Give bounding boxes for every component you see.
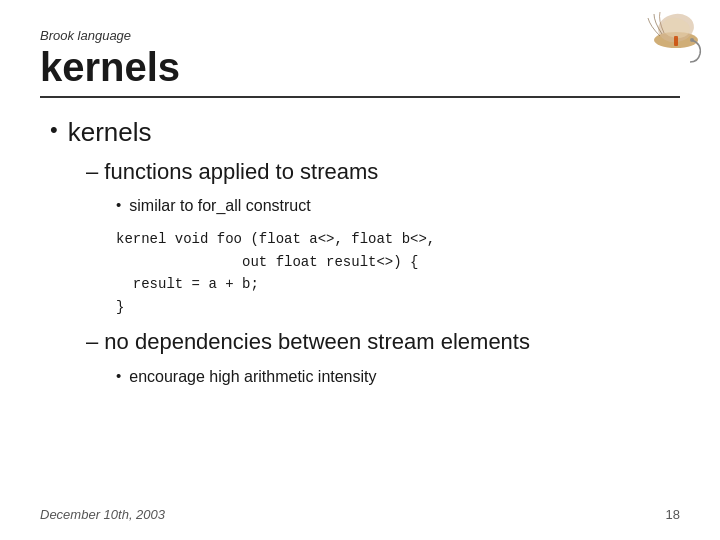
bullet-text-forall: similar to for_all construct	[129, 194, 310, 218]
dash-functions: functions applied to streams	[86, 158, 680, 187]
slide-subtitle: Brook language	[40, 28, 680, 43]
sub-sub-items-functions: • similar to for_all construct kernel vo…	[86, 194, 680, 318]
footer-date: December 10th, 2003	[40, 507, 165, 522]
bullet-marker-forall: •	[116, 194, 121, 217]
sub-items-kernels: functions applied to streams • similar t…	[50, 158, 680, 389]
dash-no-dependencies: no dependencies between stream elements	[86, 328, 680, 357]
bullet-text-arith: encourage high arithmetic intensity	[129, 365, 376, 389]
code-line-4: }	[116, 296, 680, 318]
svg-point-4	[690, 38, 694, 42]
slide-title: kernels	[40, 45, 680, 98]
bullet-text-kernels: kernels	[68, 116, 152, 150]
bullet-kernels: • kernels	[50, 116, 680, 150]
bullet-marker-1: •	[50, 116, 58, 145]
bullet-forall: • similar to for_all construct	[116, 194, 680, 218]
bullet-marker-arith: •	[116, 365, 121, 388]
sub-sub-items-nodep: • encourage high arithmetic intensity	[86, 365, 680, 389]
slide-content: • kernels functions applied to streams •…	[40, 116, 680, 389]
code-block: kernel void foo (float a<>, float b<>, o…	[116, 228, 680, 318]
footer-page: 18	[666, 507, 680, 522]
fly-decoration	[640, 8, 712, 70]
code-line-2: out float result<>) {	[116, 251, 680, 273]
slide: Brook language kernels • kernels functio…	[0, 0, 720, 540]
slide-footer: December 10th, 2003 18	[40, 507, 680, 522]
code-line-3: result = a + b;	[116, 273, 680, 295]
code-line-1: kernel void foo (float a<>, float b<>,	[116, 228, 680, 250]
bullet-arithmetic: • encourage high arithmetic intensity	[116, 365, 680, 389]
svg-rect-3	[674, 36, 678, 46]
